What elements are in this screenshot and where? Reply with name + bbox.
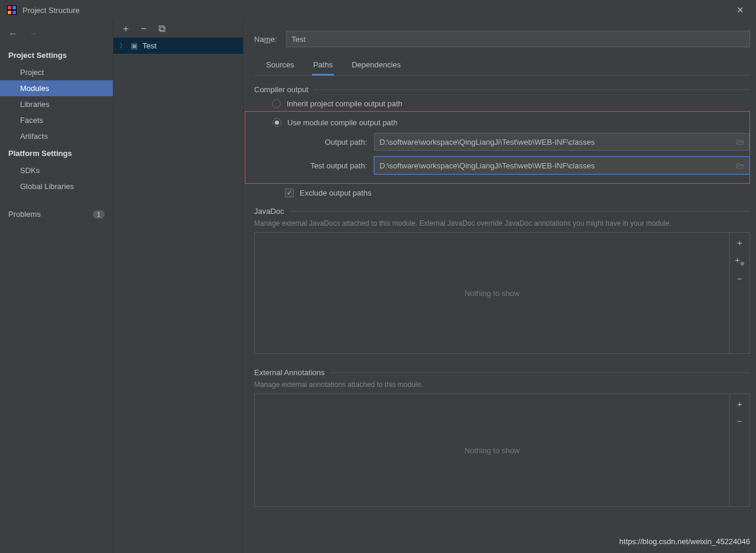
sidebar-item-problems[interactable]: Problems 1: [0, 206, 113, 222]
plus-url-icon[interactable]: +⊕: [735, 255, 745, 266]
svg-rect-3: [8, 11, 11, 14]
javadoc-empty-text: Nothing to show: [255, 233, 729, 353]
minus-icon[interactable]: −: [737, 416, 742, 426]
exclude-output-checkbox[interactable]: ✓ Exclude output paths: [254, 184, 750, 197]
output-path-label: Output path:: [290, 138, 367, 147]
tree-item-test[interactable]: 〉 ▣ Test: [113, 38, 243, 54]
nav-back-icon[interactable]: ←: [8, 28, 18, 39]
plus-icon[interactable]: +: [737, 399, 742, 409]
svg-rect-4: [12, 11, 16, 14]
sidebar-item-libraries[interactable]: Libraries: [0, 96, 113, 112]
app-icon: [7, 5, 17, 15]
sidebar-item-global-libraries[interactable]: Global Libraries: [0, 178, 113, 194]
exclude-output-label: Exclude output paths: [300, 188, 371, 197]
minus-icon[interactable]: −: [737, 274, 742, 284]
test-output-path-input[interactable]: D:\software\workspace\QingLiangJi\Test\w…: [374, 157, 749, 174]
annotations-empty-text: Nothing to show: [255, 394, 729, 506]
svg-rect-1: [8, 6, 11, 9]
javadoc-desc: Manage external JavaDocs attached to thi…: [254, 219, 750, 227]
svg-rect-2: [12, 6, 16, 9]
sidebar-section-platform: Platform Settings: [0, 144, 113, 162]
tab-sources[interactable]: Sources: [265, 57, 296, 75]
title-bar: Project Structure ✕: [0, 0, 756, 20]
sidebar-item-project[interactable]: Project: [0, 64, 113, 80]
test-output-path-label: Test output path:: [290, 161, 367, 170]
test-output-path-value: D:\software\workspace\QingLiangJi\Test\w…: [379, 161, 595, 170]
radio-module-label: Use module compile output path: [287, 118, 397, 127]
checkbox-checked-icon: ✓: [285, 188, 294, 197]
details-panel: Name: Sources Paths Dependencies Compile…: [244, 20, 756, 553]
folder-open-icon[interactable]: 🗁: [736, 137, 744, 147]
radio-inherit[interactable]: Inherit project compile output path: [254, 96, 750, 111]
nav-forward-icon: →: [28, 28, 38, 39]
folder-open-icon[interactable]: 🗁: [736, 161, 744, 170]
output-path-input[interactable]: D:\software\workspace\QingLiangJi\Test\w…: [374, 133, 749, 151]
tabs: Sources Paths Dependencies: [254, 57, 750, 76]
annotations-desc: Manage external annotations attached to …: [254, 380, 750, 389]
radio-inherit-label: Inherit project compile output path: [287, 99, 403, 108]
copy-icon[interactable]: ⧉: [158, 23, 166, 35]
plus-icon[interactable]: +: [737, 238, 742, 248]
annotations-list: Nothing to show + −: [254, 393, 750, 507]
problems-badge: 1: [93, 210, 105, 219]
highlight-annotation: Use module compile output path Output pa…: [245, 111, 750, 184]
sidebar-item-sdks[interactable]: SDKs: [0, 162, 113, 178]
watermark: https://blog.csdn.net/weixin_45224046: [619, 537, 750, 546]
compiler-output-legend: Compiler output: [254, 85, 750, 94]
sidebar: ← → Project Settings Project Modules Lib…: [0, 20, 113, 553]
sidebar-item-facets[interactable]: Facets: [0, 112, 113, 128]
tree-toolbar: + − ⧉: [113, 20, 243, 38]
javadoc-list: Nothing to show + +⊕ −: [254, 232, 750, 354]
chevron-right-icon: 〉: [119, 41, 126, 50]
problems-label: Problems: [8, 210, 41, 219]
annotations-legend: External Annotations: [254, 368, 750, 377]
close-icon[interactable]: ✕: [732, 2, 749, 18]
radio-off-icon: [272, 99, 281, 108]
remove-icon[interactable]: −: [141, 23, 147, 35]
sidebar-item-modules[interactable]: Modules: [0, 80, 113, 96]
add-icon[interactable]: +: [123, 23, 129, 35]
module-icon: ▣: [131, 41, 138, 50]
output-path-value: D:\software\workspace\QingLiangJi\Test\w…: [379, 138, 595, 147]
radio-module[interactable]: Use module compile output path: [255, 115, 749, 130]
name-label: Name:: [254, 35, 277, 44]
tab-dependencies[interactable]: Dependencies: [351, 57, 402, 75]
sidebar-section-project: Project Settings: [0, 46, 113, 64]
window-title: Project Structure: [22, 6, 80, 15]
module-tree: + − ⧉ 〉 ▣ Test: [113, 20, 244, 553]
sidebar-item-artifacts[interactable]: Artifacts: [0, 128, 113, 144]
module-name-input[interactable]: [286, 31, 750, 47]
radio-on-icon: [272, 118, 281, 127]
javadoc-legend: JavaDoc: [254, 207, 750, 216]
tree-item-label: Test: [142, 41, 157, 50]
tab-paths[interactable]: Paths: [312, 57, 334, 76]
